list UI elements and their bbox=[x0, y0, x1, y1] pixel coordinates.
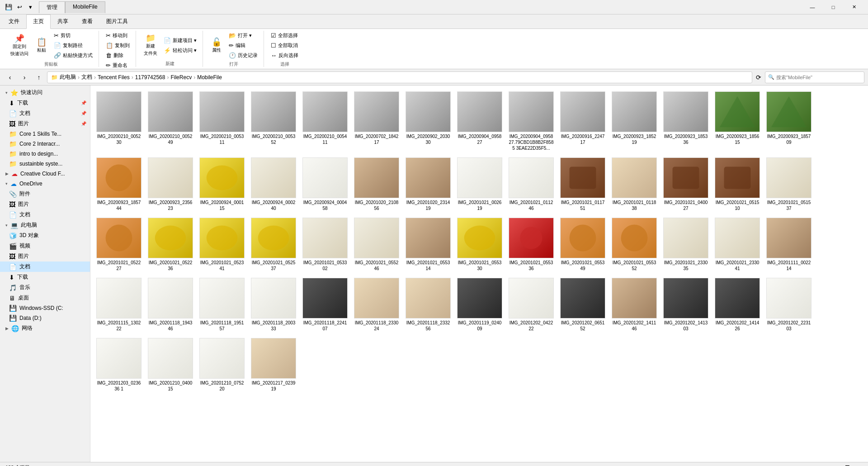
sidebar-item-pc-downloads[interactable]: ⬇ 下载 bbox=[0, 272, 90, 282]
undo-icon[interactable]: ↩ bbox=[14, 2, 24, 12]
list-item[interactable]: IMG_20201021_233041 bbox=[712, 215, 762, 274]
breadcrumb-part-5[interactable]: MobileFile bbox=[197, 74, 222, 81]
sidebar-item-download[interactable]: ⬇ 下载 📌 bbox=[0, 98, 90, 108]
sidebar-item-3dobjects[interactable]: 🧊 3D 对象 bbox=[0, 230, 90, 241]
forward-button[interactable]: › bbox=[18, 71, 31, 84]
list-item[interactable]: IMG_20201021_055330 bbox=[455, 215, 505, 274]
list-item[interactable]: IMG_20200210_005411 bbox=[300, 89, 350, 153]
list-item[interactable]: IMG_20201118_233256 bbox=[403, 276, 453, 334]
list-item[interactable]: IMG_20201021_052537 bbox=[249, 215, 298, 274]
sidebar-quick-access[interactable]: ▾ ⭐ 快速访问 bbox=[0, 87, 90, 98]
up-button[interactable]: ↑ bbox=[33, 71, 45, 84]
ribbon-tab-picture-tools[interactable]: 图片工具 bbox=[99, 14, 135, 29]
list-item[interactable]: IMG_20201111_002214 bbox=[764, 215, 814, 274]
list-item[interactable]: IMG_20201021_051510 bbox=[712, 155, 762, 214]
sidebar-network[interactable]: ▶ 🌐 网络 bbox=[0, 323, 90, 333]
list-item[interactable]: IMG_20201021_233035 bbox=[661, 215, 711, 274]
list-item[interactable]: IMG_20201021_040027 bbox=[661, 155, 711, 214]
maximize-button[interactable]: □ bbox=[823, 0, 844, 14]
close-button[interactable]: ✕ bbox=[844, 0, 864, 14]
copy-button[interactable]: 📄 复制路径 bbox=[52, 41, 95, 50]
list-item[interactable]: IMG_20201021_002619 bbox=[455, 155, 505, 214]
sidebar-item-sustainable[interactable]: 📁 sustainble syste... bbox=[0, 159, 90, 169]
sidebar-item-od-pictures[interactable]: 🖼 图片 bbox=[0, 199, 90, 209]
breadcrumb-part-0[interactable]: 此电脑 bbox=[60, 73, 76, 81]
list-item[interactable]: IMG_20201118_200333 bbox=[249, 276, 298, 334]
new-folder-button[interactable]: 📁 新建 文件夹 bbox=[141, 32, 160, 59]
list-item[interactable]: IMG_20201202_042222 bbox=[506, 276, 556, 334]
search-input[interactable] bbox=[776, 75, 861, 80]
list-item[interactable]: IMG_20201021_055352 bbox=[609, 215, 659, 274]
list-item[interactable]: IMG_20201021_055336 bbox=[506, 215, 556, 274]
list-item[interactable]: IMG_20200923_185219 bbox=[609, 89, 659, 153]
sidebar-this-pc[interactable]: ▾ 💻 此电脑 bbox=[0, 220, 90, 230]
list-item[interactable]: IMG_20201115_130222 bbox=[94, 276, 144, 334]
list-item[interactable]: IMG_20200210_005311 bbox=[197, 89, 247, 153]
list-item[interactable]: IMG_20201210_075220 bbox=[197, 336, 247, 394]
breadcrumb-part-1[interactable]: 文档 bbox=[81, 73, 92, 81]
list-item[interactable]: IMG_20200924_000115 bbox=[197, 155, 247, 214]
deselect-all-button[interactable]: ☐ 全部取消 bbox=[269, 41, 301, 50]
list-item[interactable]: IMG_20201202_065152 bbox=[558, 276, 608, 334]
list-item[interactable]: IMG_20201210_040015 bbox=[146, 336, 195, 394]
delete-button[interactable]: 🗑 删除 bbox=[104, 51, 132, 60]
pin-to-quick-access-button[interactable]: 📌 固定到 快速访问 bbox=[7, 32, 32, 59]
list-item[interactable]: IMG_20201021_052227 bbox=[94, 215, 144, 274]
list-item[interactable]: IMG_20201118_224107 bbox=[300, 276, 350, 334]
list-item[interactable]: IMG_20200210_005230 bbox=[94, 89, 144, 153]
list-item[interactable]: IMG_20201021_053302 bbox=[300, 215, 350, 274]
list-item[interactable]: IMG_20200902_203030 bbox=[403, 89, 453, 153]
sidebar-item-documents[interactable]: 📄 文档 📌 bbox=[0, 108, 90, 119]
ribbon-tab-file[interactable]: 文件 bbox=[2, 14, 26, 29]
grid-view-button[interactable]: ⊞ bbox=[854, 463, 863, 466]
list-item[interactable]: IMG_20201118_233024 bbox=[352, 276, 401, 334]
list-item[interactable]: IMG_20201021_055314 bbox=[403, 215, 453, 274]
list-view-button[interactable]: ☰ bbox=[843, 463, 852, 466]
list-item[interactable]: IMG_20200924_000458 bbox=[300, 155, 350, 214]
list-item[interactable]: IMG_20201021_052236 bbox=[146, 215, 195, 274]
list-item[interactable]: IMG_20200210_005249 bbox=[146, 89, 195, 153]
invert-selection-button[interactable]: ↔ 反向选择 bbox=[269, 51, 301, 60]
list-item[interactable]: IMG_20201202_223103 bbox=[764, 276, 814, 334]
list-item[interactable]: IMG_20201021_052341 bbox=[197, 215, 247, 274]
sidebar-item-desktop[interactable]: 🖥 桌面 bbox=[0, 293, 90, 303]
copy-to-button[interactable]: 📋 复制到 bbox=[104, 41, 132, 50]
list-item[interactable]: IMG_20200923_185744 bbox=[94, 155, 144, 214]
list-item[interactable]: IMG_20200702_184217 bbox=[352, 89, 401, 153]
list-item[interactable]: IMG_20200916_224717 bbox=[558, 89, 608, 153]
sidebar-item-videos[interactable]: 🎬 视频 bbox=[0, 241, 90, 251]
list-item[interactable]: IMG_20201021_011246 bbox=[506, 155, 556, 214]
list-item[interactable]: IMG_20201021_011838 bbox=[609, 155, 659, 214]
search-box[interactable]: 🔍 bbox=[765, 71, 864, 83]
list-item[interactable]: IMG_20200924_000240 bbox=[249, 155, 298, 214]
back-button[interactable]: ‹ bbox=[4, 71, 16, 84]
sidebar-item-pictures[interactable]: 🖼 图片 📌 bbox=[0, 119, 90, 129]
tab-manage[interactable]: 管理 bbox=[39, 1, 65, 13]
ribbon-tab-view[interactable]: 查看 bbox=[75, 14, 99, 29]
new-item-button[interactable]: 📄 新建项目 ▾ bbox=[161, 36, 199, 45]
breadcrumb-part-4[interactable]: FileRecv bbox=[170, 74, 192, 81]
paste-shortcut-button[interactable]: 🔗 粘贴快捷方式 bbox=[52, 51, 95, 60]
list-item[interactable]: IMG_20200923_185615 bbox=[712, 89, 762, 153]
list-item[interactable]: IMG_20201202_141426 bbox=[712, 276, 762, 334]
easy-access-button[interactable]: ⚡ 轻松访问 ▾ bbox=[161, 46, 199, 55]
sidebar-item-attachments[interactable]: 📎 附件 bbox=[0, 189, 90, 199]
list-item[interactable]: IMG_20201020_210856 bbox=[352, 155, 401, 214]
list-item[interactable]: IMG_20201118_195157 bbox=[197, 276, 247, 334]
paste-button[interactable]: 📋 粘贴 bbox=[33, 32, 51, 59]
select-all-button[interactable]: ☑ 全部选择 bbox=[269, 31, 301, 40]
list-item[interactable]: IMG_20201202_141146 bbox=[609, 276, 659, 334]
list-item[interactable]: IMG_20201021_055246 bbox=[352, 215, 401, 274]
sidebar-item-core1[interactable]: 📁 Core 1 Skills Te... bbox=[0, 129, 90, 139]
sidebar-item-pc-documents[interactable]: 📄 文档 bbox=[0, 262, 90, 272]
refresh-button[interactable]: ⟳ bbox=[754, 72, 763, 83]
list-item[interactable]: IMG_20201202_141303 bbox=[661, 276, 711, 334]
cut-button[interactable]: ✂ 剪切 bbox=[52, 31, 95, 40]
edit-button[interactable]: ✏ 编辑 bbox=[226, 41, 260, 50]
sidebar-onedrive[interactable]: ▾ ☁ OneDrive bbox=[0, 179, 90, 189]
properties-button[interactable]: 🔓 属性 bbox=[208, 32, 226, 59]
sidebar-item-windows-ssd[interactable]: 💾 Windows-SSD (C: bbox=[0, 303, 90, 313]
list-item[interactable]: IMG_20201021_055349 bbox=[558, 215, 608, 274]
list-item[interactable]: IMG_20200210_005352 bbox=[249, 89, 298, 153]
list-item[interactable]: IMG_20201020_231419 bbox=[403, 155, 453, 214]
